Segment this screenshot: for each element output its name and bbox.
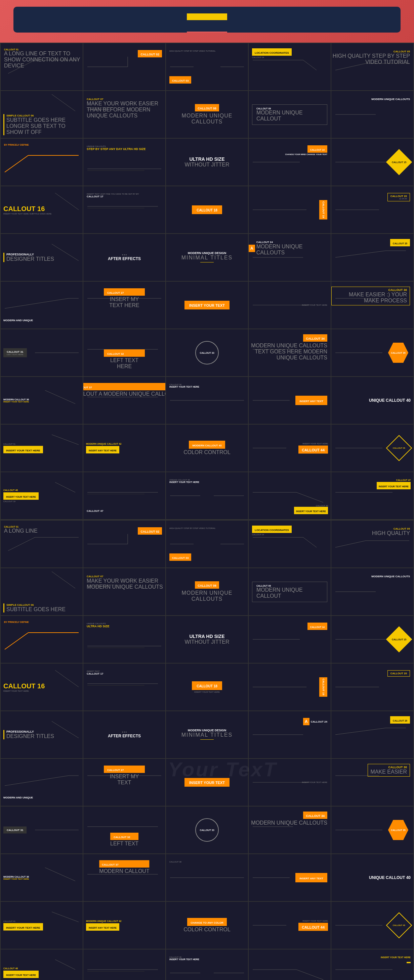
grid-cell-c19: CALLOUT 19 <box>249 186 331 233</box>
grid-cell-b04: LOCATION COORDINATES CALLOUT 04 <box>249 520 331 568</box>
grid-cell-b34: CALLOUT 34 MODERN UNIQUE CALLOUTS <box>249 807 331 853</box>
svg-line-45 <box>55 482 75 492</box>
grid-cell-b39: INSERT ANY TEXT <box>249 854 331 901</box>
grid-cell-c17: INSERT TEXT JUST FINE YOU HAVE TO BE SET… <box>83 186 165 233</box>
grid-cell-c06: SIMPLE CALLOUT 06 SUBTITLE GOES HERE LON… <box>1 91 83 138</box>
svg-line-80 <box>336 728 386 735</box>
grid-cell-b08: CALLOUT 08 MODERN UNIQUE CALLOUTS <box>166 568 248 615</box>
grid-cell-b21: PROFESSIONALLY DESIGNER TITLES <box>1 711 83 758</box>
grid-cell-b47: CALLOUT 19 <box>83 950 165 980</box>
grid-cell-c24: A CALLOUT 24 MODERN UNIQUE CALLOUTS <box>249 234 331 281</box>
grid-cell-c28: INSERT YOUR TEXT <box>166 282 248 329</box>
grid-cell-c32: CALLOUT 32 LEFT TEXT HERE <box>83 329 165 376</box>
grid-cell-c05: CALLOUT 05 HIGH QUALITY STEP BY STEP VID… <box>331 43 413 90</box>
grid-cell-c03: HIGH QUALITY STEP BY STEP VIDEO TUTORIAL… <box>166 43 248 90</box>
grid-cell-b06: SIMPLE CALLOUT 06 SUBTITLE GOES HERE <box>1 568 83 615</box>
grid-cell-c48: UNIQUE CALLOUT 48 INSERT YOUR TEXT HERE <box>166 472 248 519</box>
header-accent-line <box>187 32 227 33</box>
grid-cell-b02: CALLOUT 02 <box>83 520 165 568</box>
svg-line-61 <box>336 541 366 547</box>
svg-line-7 <box>303 60 316 70</box>
grid-cell-b03: HIGH QUALITY STEP BY STEP VIDEO TUTORIAL… <box>166 520 248 568</box>
svg-line-95 <box>52 912 78 922</box>
grid-cell-b17: INSERT TEXT CALLOUT 17 <box>83 663 165 711</box>
grid-cell-b44: INSERT YOUR TEXT HERE CALLOUT 44 <box>249 902 331 949</box>
grid-cell-b09: CALLOUT 09 MODERN UNIQUE CALLOUT <box>249 568 331 615</box>
svg-line-53 <box>8 537 35 551</box>
grid-cell-c31: CALLOUT 31 LEFT TEXT HERE <box>1 329 83 376</box>
svg-line-25 <box>52 244 78 261</box>
svg-line-78 <box>52 721 78 738</box>
grid-cell-b33: CALLOUT 33 <box>166 807 248 853</box>
grid-cell-b16: CALLOUT 16 INSERT YOUR TEXT HERE <box>1 663 83 711</box>
grid-cell-c30: CALLOUT 30 MAKE EASIER :) YOUR MAKE PROC… <box>331 282 413 329</box>
grid-cell-c20: CALLOUT 20 12.34.00 <box>331 186 413 233</box>
grid-cell-c10: MODERN UNIQUE CALLOUTS <box>331 91 413 138</box>
svg-line-63 <box>52 571 75 588</box>
grid-cell-b49: UNIQUE CALLOUT 49 INSERT YOUR TEXT HERE <box>249 950 331 980</box>
grid-cell-b48: CALLOUT 48 INSERT YOUR TEXT HERE <box>166 950 248 980</box>
grid-cell-c36: MODERN CALLOUT 36 INSERT YOUR TEXT HERE <box>1 377 83 424</box>
grid-cell-c22: ● ● ● AFTER EFFECTS <box>83 234 165 281</box>
svg-line-14 <box>5 155 28 172</box>
grid-cell-b15: CALLOUT 15 <box>331 616 413 663</box>
svg-line-29 <box>5 298 69 309</box>
svg-line-67 <box>5 633 28 649</box>
svg-line-73 <box>55 670 78 687</box>
grid-cell-c18: CALLOUT 18 <box>166 186 248 233</box>
grid-cell-b50: INSERT YOUR TEXT HERE <box>331 950 413 980</box>
grid-cell-c45: CALLOUT 45 <box>331 425 413 471</box>
grid-cell-c12: UNIQUE CALLOUTS STEP BY STEP ANY DAY ULT… <box>83 138 165 186</box>
grid-cell-b30: CALLOUT 30 MAKE EASIER <box>331 759 413 806</box>
grid-cell-b26: MODERN AND UNIQUE <box>1 759 83 806</box>
grid-cell-c50: CALLOUT 47 INSERT YOUR TEXT HERE <box>331 472 413 519</box>
grid-cell-c04: LOCATION COORDINATES CALLOUT 04 <box>249 43 331 90</box>
grid-cell-b45: CALLOUT 45 <box>331 902 413 949</box>
grid-cell-c14: CALLOUT 14 CHANGE YOUR MIND CHANGE YOUR … <box>249 138 331 186</box>
grid-cell-c27: CALLOUT 27 INSERT MY TEXT HERE <box>83 282 165 329</box>
grid-cell-b23: MODERN UNIQUE DESIGN MINIMAL TITLES <box>166 711 248 758</box>
grid-cell-c43: MODERN CALLOUT 43 COLOR CONTROL <box>166 425 248 471</box>
grid-cell-b41: CALLOUT 41 INSERT YOUR TEXT HERE <box>1 902 83 949</box>
grid-cell-b25: CALLOUT 25 <box>331 711 413 758</box>
svg-line-51 <box>296 492 323 503</box>
grid-cell-b35: CALLOUT 35 <box>331 807 413 853</box>
grid-cell-b20: CALLOUT 20 <box>331 663 413 711</box>
grid-cell-c13: ULTRA HD SIZE WITHOUT JITTER <box>166 138 248 186</box>
svg-line-20 <box>55 193 78 210</box>
grid-cell-c49: CALLOUT 49 INSERT YOUR TEXT HERE <box>249 472 331 519</box>
grid-cell-c15: CALLOUT 15 <box>331 138 413 186</box>
grid-cell-c34: CALLOUT 34 MODERN UNIQUE CALLOUTS TEXT G… <box>249 329 331 376</box>
header <box>0 0 414 43</box>
grid-cell-b32: CALLOUT 32 LEFT TEXT <box>83 807 165 853</box>
svg-line-104 <box>296 970 323 980</box>
grid-cell-c29: INSERT YOUR TEXT HERE <box>249 282 331 329</box>
grid-cell-b18: CALLOUT 18 INSERT YOUR TEXT HERE <box>166 663 248 711</box>
svg-line-91 <box>45 867 75 881</box>
grid-cell-c25: CALLOUT 25 <box>331 234 413 281</box>
grid-cell-c38: CALLOUT 38 INSERT YOUR TEXT HERE <box>166 377 248 424</box>
grid-cell-c39: INSERT ANY TEXT <box>249 377 331 424</box>
grid-cell-b11: BY PRINCELY DEFINE <box>1 616 83 663</box>
grid-cell-c01: CALLOUT 01 A LONG LINE OF TEXT TO SHOW C… <box>1 43 83 90</box>
grid-cell-b24: A CALLOUT 24 <box>249 711 331 758</box>
svg-line-82 <box>5 776 69 786</box>
svg-line-27 <box>336 251 386 258</box>
grid-cell-b43: CHANGE TO ANY COLOR COLOR CONTROL <box>166 902 248 949</box>
grid-cell-b42: MODERN UNIQUE CALLOUT 42 INSERT ANY TEXT… <box>83 902 165 949</box>
header-inner <box>13 7 401 33</box>
grid-cell-c26: MODERN AND UNIQUE <box>1 282 83 329</box>
svg-line-60 <box>303 537 316 547</box>
grid-cell-c08: CALLOUT 08 MODERN UNIQUE CALLOUTS <box>166 91 248 138</box>
grid-cell-b13: ULTRA HD SIZE WITHOUT JITTER <box>166 616 248 663</box>
grid-cell-c44: INSERT YOUR TEXT HERE CALLOUT 44 <box>249 425 331 471</box>
grid-cell-b37: CALLOUT 37 MODERN CALLOUT <box>83 854 165 901</box>
grid-cell-c46: CALLOUT 46 INSERT YOUR TEXT HERE CALLOUT… <box>1 472 83 519</box>
grid-cell-b01: CALLOUT 01 A LONG LINE <box>1 520 83 568</box>
grid-cell-b10: MODERN UNIQUE CALLOUTS <box>331 568 413 615</box>
grid-cell-b07: CALLOUT 07 MAKE YOUR WORK EASIER MODERN … <box>83 568 165 615</box>
grid-cell-c40: UNIQUE CALLOUT 40 <box>331 377 413 424</box>
grid-cell-c23: MODERN UNIQUE DESIGN MINIMAL TITLES <box>166 234 248 281</box>
svg-line-42 <box>52 434 78 445</box>
grid-cell-b05: CALLOUT 05 HIGH QUALITY <box>331 520 413 568</box>
